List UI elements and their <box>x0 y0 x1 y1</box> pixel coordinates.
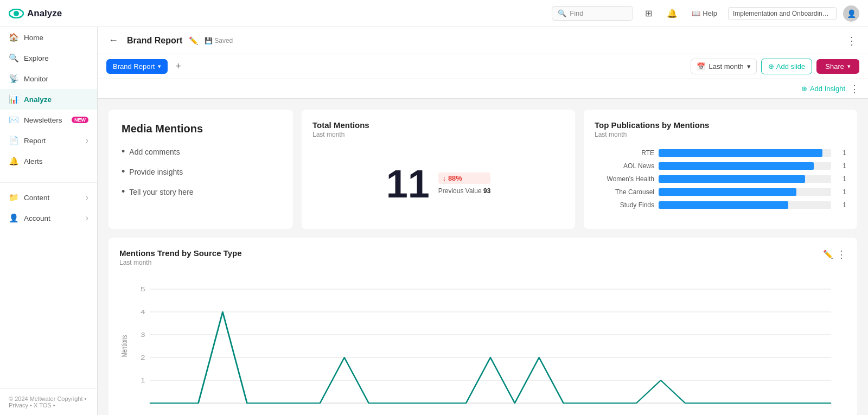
svg-text:1: 1 <box>141 377 145 384</box>
insight-more-button[interactable]: ⋮ <box>850 83 859 95</box>
calendar-icon: 📅 <box>697 62 705 71</box>
dashboard: Media Mentions Add comments Provide insi… <box>98 99 868 415</box>
sidebar-item-label: Report <box>24 137 46 145</box>
main-layout: 🏠 Home 🔍 Explore 📡 Monitor 📊 Analyze ✉️ … <box>0 27 868 415</box>
trend-edit-button[interactable]: ✏️ <box>823 250 833 259</box>
trend-chart-svg: 12345MentionsApr 1Apr 2Apr 3Apr 4Apr 5Ap… <box>119 284 846 415</box>
pub-bar-container <box>659 188 831 196</box>
total-mentions-title: Total Mentions <box>312 120 564 130</box>
add-tab-button[interactable]: + <box>172 59 184 74</box>
pub-bar <box>659 201 788 209</box>
pub-bar-container <box>659 175 831 183</box>
search-icon: 🔍 <box>558 9 566 17</box>
content-area: ← Brand Report ✏️ 💾 Saved ⋮ Brand Report… <box>98 27 868 415</box>
sidebar-item-label: Home <box>24 34 43 42</box>
chart-area: 12345MentionsApr 1Apr 2Apr 3Apr 4Apr 5Ap… <box>119 284 846 415</box>
last-month-button[interactable]: 📅 Last month ▾ <box>691 59 756 74</box>
pub-count: 1 <box>835 149 846 157</box>
pub-name: Study Finds <box>595 201 654 209</box>
trend-chart-card: Mentions Trend by Source Type Last month… <box>108 238 857 415</box>
workspace-label: Implementation and Onboarding, Active Di… <box>728 7 837 20</box>
add-insight-bar: ⊕ Add Insight ⋮ <box>98 79 868 99</box>
sidebar-item-analyze[interactable]: 📊 Analyze <box>0 89 97 110</box>
svg-text:4: 4 <box>141 309 145 315</box>
pub-row: AOL News 1 <box>595 162 846 170</box>
top-navigation: Analyze 🔍 Find ⊞ 🔔 📖 Help Implementation… <box>0 0 868 27</box>
metric-number: 11 <box>386 164 430 203</box>
saved-label: 💾 Saved <box>205 37 233 44</box>
pub-name: RTE <box>595 149 654 157</box>
tab-brand-report[interactable]: Brand Report ▾ <box>106 59 168 74</box>
alerts-icon: 🔔 <box>9 156 18 166</box>
sidebar-item-account[interactable]: 👤 Account <box>0 208 97 228</box>
pub-count: 1 <box>835 188 846 196</box>
pub-row: Study Finds 1 <box>595 201 846 209</box>
grid-button[interactable]: ⊞ <box>640 5 657 22</box>
help-button[interactable]: 📖 Help <box>687 7 722 20</box>
top-pubs-title: Top Publications by Mentions <box>595 120 846 130</box>
report-title: Brand Report <box>127 36 182 46</box>
sidebar-item-label: Content <box>24 194 49 202</box>
edit-icon[interactable]: ✏️ <box>189 36 198 45</box>
pub-bar-container <box>659 162 831 170</box>
pub-bar-container <box>659 149 831 157</box>
sidebar-footer: © 2024 Meltwater Copyright • Privacy • X… <box>0 388 97 415</box>
change-badge: ↓ 88% <box>438 173 491 184</box>
bell-button[interactable]: 🔔 <box>663 5 681 22</box>
save-icon: 💾 <box>205 37 213 44</box>
newsletters-icon: ✉️ <box>9 115 18 125</box>
sidebar-item-label: Newsletters <box>24 116 62 124</box>
plus-circle-icon: ⊕ <box>801 85 807 93</box>
sidebar-item-label: Analyze <box>24 95 52 104</box>
svg-text:2: 2 <box>141 354 145 361</box>
share-chevron-icon: ▾ <box>847 63 851 70</box>
svg-text:Mentions: Mentions <box>120 335 129 357</box>
new-badge: NEW <box>72 117 88 123</box>
list-item: Provide insights <box>122 166 280 177</box>
trend-title: Mentions Trend by Source Type <box>119 248 242 258</box>
account-icon: 👤 <box>9 213 18 223</box>
top-publications-card: Top Publications by Mentions Last month … <box>584 110 857 229</box>
explore-icon: 🔍 <box>9 53 18 63</box>
add-slide-button[interactable]: ⊕ Add slide <box>761 59 812 74</box>
pub-row: RTE 1 <box>595 149 846 157</box>
more-button[interactable]: ⋮ <box>844 32 859 49</box>
media-mentions-title: Media Mentions <box>122 123 280 135</box>
publications-list: RTE 1 AOL News 1 Women's Health 1 The Ca… <box>595 149 846 209</box>
search-box[interactable]: 🔍 Find <box>552 6 633 21</box>
add-insight-button[interactable]: ⊕ Add Insight <box>801 85 845 93</box>
pub-row: Women's Health 1 <box>595 175 846 183</box>
book-icon: 📖 <box>692 9 700 17</box>
chevron-down-icon: ▾ <box>747 62 751 71</box>
plus-icon: ⊕ <box>768 62 774 71</box>
pub-bar <box>659 149 822 157</box>
tab-label: Brand Report <box>113 62 155 71</box>
pub-count: 1 <box>835 162 846 170</box>
list-item: Add comments <box>122 146 280 157</box>
pub-count: 1 <box>835 201 846 209</box>
sidebar-item-newsletters[interactable]: ✉️ Newsletters NEW <box>0 110 97 130</box>
pub-name: AOL News <box>595 162 654 170</box>
back-button[interactable]: ← <box>106 33 120 48</box>
sidebar-item-report[interactable]: 📄 Report <box>0 130 97 151</box>
share-button[interactable]: Share ▾ <box>816 59 859 74</box>
sidebar-item-alerts[interactable]: 🔔 Alerts <box>0 151 97 171</box>
logo-icon <box>9 9 24 18</box>
sidebar-item-content[interactable]: 📁 Content <box>0 187 97 208</box>
pub-count: 1 <box>835 175 846 183</box>
trend-subtitle: Last month <box>119 259 242 266</box>
trend-more-button[interactable]: ⋮ <box>837 248 846 260</box>
tab-chevron-icon: ▾ <box>158 63 161 70</box>
svg-text:5: 5 <box>141 286 145 292</box>
top-pubs-subtitle: Last month <box>595 131 846 138</box>
sidebar-item-explore[interactable]: 🔍 Explore <box>0 48 97 68</box>
sidebar-item-monitor[interactable]: 📡 Monitor <box>0 68 97 89</box>
previous-value: Previous Value 93 <box>438 187 491 195</box>
avatar[interactable]: 👤 <box>843 5 859 22</box>
total-mentions-card: Total Mentions Last month 11 ↓ 88% Previ… <box>302 110 575 229</box>
content-icon: 📁 <box>9 193 18 202</box>
report-icon: 📄 <box>9 136 18 145</box>
total-mentions-subtitle: Last month <box>312 131 564 138</box>
sidebar-item-label: Monitor <box>24 75 48 83</box>
sidebar-item-home[interactable]: 🏠 Home <box>0 27 97 48</box>
